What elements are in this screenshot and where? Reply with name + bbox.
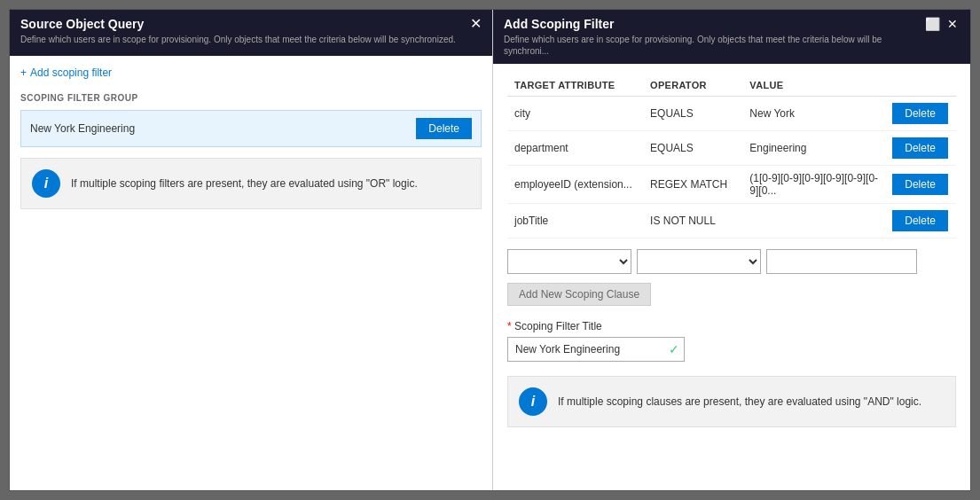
filter-title-input-wrap: ✓: [507, 337, 685, 362]
right-info-text: If multiple scoping clauses are present,…: [558, 395, 921, 410]
cell-op-3: IS NOT NULL: [643, 204, 742, 238]
add-new-scoping-clause-button[interactable]: Add New Scoping Clause: [507, 283, 651, 306]
table-row: employeeID (extension... REGEX MATCH (1[…: [507, 166, 956, 204]
left-info-text: If multiple scoping filters are present,…: [71, 176, 418, 191]
right-panel-subtitle: Define which users are in scope for prov…: [504, 34, 923, 57]
info-icon-left: i: [32, 169, 60, 198]
cell-attr-0: city: [507, 97, 643, 131]
cell-attr-3: jobTitle: [507, 204, 643, 238]
required-asterisk: *: [507, 320, 514, 332]
new-op-select[interactable]: [637, 249, 761, 274]
cell-val-3: [742, 204, 885, 238]
filter-title-input[interactable]: [507, 337, 685, 362]
row-delete-button-1[interactable]: Delete: [892, 137, 948, 159]
row-delete-button-3[interactable]: Delete: [892, 210, 948, 231]
right-panel-content: TARGET ATTRIBUTE OPERATOR VALUE city EQU…: [493, 64, 970, 490]
right-info-box: i If multiple scoping clauses are presen…: [507, 376, 956, 427]
left-panel-subtitle: Define which users are in scope for prov…: [20, 34, 463, 45]
scoping-filter-group-label: Scoping Filter Group: [20, 93, 482, 103]
table-row: jobTitle IS NOT NULL Delete: [507, 204, 956, 238]
left-panel: Source Object Query Define which users a…: [10, 10, 493, 490]
new-value-input[interactable]: [766, 249, 917, 274]
filter-group-item: New York Engineering Delete: [20, 110, 482, 147]
right-panel-header: Add Scoping Filter Define which users ar…: [493, 10, 970, 64]
left-panel-header: Source Object Query Define which users a…: [10, 10, 492, 56]
left-panel-title: Source Object Query: [20, 17, 463, 31]
cell-val-2: (1[0-9][0-9][0-9][0-9][0-9][0-9][0...: [742, 166, 885, 204]
info-icon-right: i: [519, 387, 547, 416]
th-target-attribute: TARGET ATTRIBUTE: [507, 74, 643, 97]
check-icon: ✓: [669, 342, 679, 356]
right-panel-close-button[interactable]: ✕: [945, 17, 960, 31]
cell-attr-2: employeeID (extension...: [507, 166, 643, 204]
filter-title-label: * Scoping Filter Title: [507, 320, 956, 332]
left-panel-content: + Add scoping filter Scoping Filter Grou…: [10, 56, 492, 490]
filter-group-delete-button[interactable]: Delete: [416, 118, 472, 139]
th-action: [885, 74, 956, 97]
filter-group-name: New York Engineering: [30, 122, 135, 135]
row-delete-button-0[interactable]: Delete: [892, 103, 948, 124]
cell-action-2: Delete: [885, 166, 956, 204]
right-panel-restore-button[interactable]: ⬜: [923, 17, 942, 31]
th-operator: OPERATOR: [643, 74, 742, 97]
cell-action-0: Delete: [885, 97, 956, 131]
add-scoping-filter-link[interactable]: + Add scoping filter: [20, 66, 482, 79]
cell-attr-1: department: [507, 131, 643, 166]
right-panel-title: Add Scoping Filter: [504, 17, 923, 31]
right-panel: Add Scoping Filter Define which users ar…: [493, 10, 970, 490]
left-panel-close-button[interactable]: ✕: [463, 17, 482, 31]
new-row-inputs: [507, 249, 956, 274]
row-delete-button-2[interactable]: Delete: [892, 174, 948, 195]
left-info-box: i If multiple scoping filters are presen…: [20, 158, 482, 209]
th-value: VALUE: [742, 74, 885, 97]
cell-op-2: REGEX MATCH: [643, 166, 742, 204]
cell-op-0: EQUALS: [643, 97, 742, 131]
plus-icon: +: [20, 66, 27, 79]
cell-action-1: Delete: [885, 131, 956, 166]
scoping-table: TARGET ATTRIBUTE OPERATOR VALUE city EQU…: [507, 74, 956, 238]
cell-val-1: Engineering: [742, 131, 885, 166]
table-header-row: TARGET ATTRIBUTE OPERATOR VALUE: [507, 74, 956, 97]
table-row: city EQUALS New York Delete: [507, 97, 956, 131]
new-attr-select[interactable]: [507, 249, 631, 274]
table-row: department EQUALS Engineering Delete: [507, 131, 956, 166]
cell-op-1: EQUALS: [643, 131, 742, 166]
cell-action-3: Delete: [885, 204, 956, 238]
cell-val-0: New York: [742, 97, 885, 131]
